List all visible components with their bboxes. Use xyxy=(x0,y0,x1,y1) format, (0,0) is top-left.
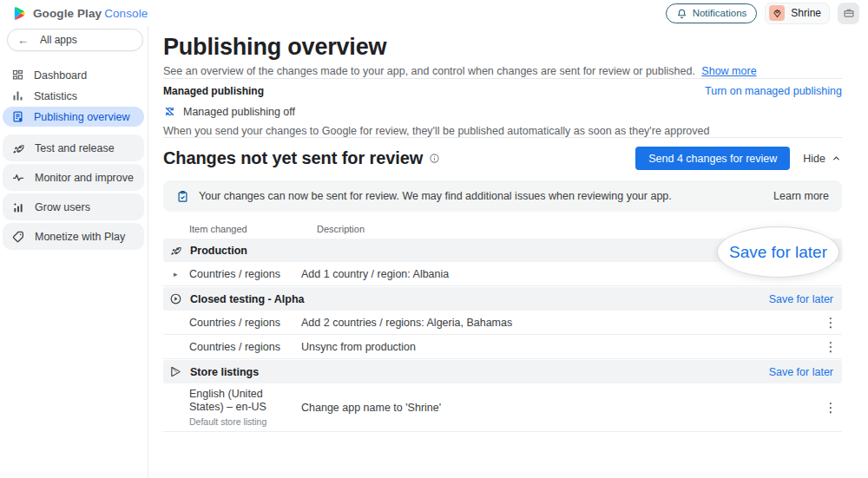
table-row: Countries / regions Unsync from producti… xyxy=(163,335,842,359)
item-changed-cell: English (United States) – en-US Default … xyxy=(189,388,301,427)
rocket-icon xyxy=(11,141,25,155)
page: { "icons": { "back_arrow": "←", "caret":… xyxy=(0,0,868,478)
hide-toggle[interactable]: Hide xyxy=(803,153,842,165)
section-row-store-listings: Store listings Save for later xyxy=(163,360,842,383)
sidebar-item-dashboard[interactable]: Dashboard xyxy=(3,65,144,85)
changes-header-actions: Send 4 changes for review Hide xyxy=(635,147,842,170)
description-cell: Unsync from production xyxy=(301,341,819,353)
statistics-icon xyxy=(11,89,24,102)
info-icon[interactable] xyxy=(429,153,440,164)
shrine-app-icon xyxy=(769,5,785,21)
sidebar-group-label: Grow users xyxy=(35,201,90,213)
sidebar-item-label: Dashboard xyxy=(34,69,87,82)
briefcase-icon xyxy=(843,7,855,19)
save-for-later-magnified-label: Save for later xyxy=(729,243,827,262)
sidebar-group-label: Monitor and improve xyxy=(35,172,134,184)
subtitle-text: See an overview of the changes made to y… xyxy=(163,65,695,77)
column-header-description: Description xyxy=(317,224,365,234)
sidebar-group-grow-users[interactable]: Grow users xyxy=(3,193,144,220)
column-header-item-changed: Item changed xyxy=(189,224,317,234)
play-logo-icon xyxy=(12,6,27,21)
pulse-icon xyxy=(11,171,25,185)
description-cell: Change app name to 'Shrine' xyxy=(301,402,819,414)
logo-text-console: Console xyxy=(104,7,148,20)
item-changed-cell: Countries / regions xyxy=(189,317,301,329)
changes-title: Changes not yet sent for review xyxy=(163,148,423,168)
back-arrow-icon: ← xyxy=(17,34,29,47)
top-bar: Google PlayConsole Notifications Shrine xyxy=(0,0,868,26)
learn-more-link[interactable]: Learn more xyxy=(773,190,829,202)
divider xyxy=(163,78,842,79)
row-menu-button[interactable]: ⋮ xyxy=(819,339,842,355)
turn-on-managed-publishing-link[interactable]: Turn on managed publishing xyxy=(705,85,842,97)
logo-text-google-play: Google Play xyxy=(33,7,102,20)
managed-publishing-status: Managed publishing off xyxy=(163,105,842,118)
sidebar-item-label: Publishing overview xyxy=(34,111,129,123)
sidebar-group-label: Monetize with Play xyxy=(35,231,125,243)
sidebar-item-label: Statistics xyxy=(34,90,77,102)
notifications-button[interactable]: Notifications xyxy=(666,3,758,23)
sync-disabled-icon xyxy=(163,105,176,118)
save-for-later-link[interactable]: Save for later xyxy=(769,293,833,305)
show-more-link[interactable]: Show more xyxy=(701,65,756,77)
all-apps-back-button[interactable]: ← All apps xyxy=(7,29,143,51)
sidebar-item-publishing-overview[interactable]: Publishing overview xyxy=(3,107,144,127)
account-avatar-button[interactable] xyxy=(838,3,859,24)
section-row-closed-testing: Closed testing - Alpha Save for later xyxy=(163,287,842,311)
review-info-banner: Your changes can now be sent for review.… xyxy=(163,180,842,212)
logo-text: Google PlayConsole xyxy=(33,7,148,20)
chevron-up-icon xyxy=(831,153,842,164)
banner-text: Your changes can now be sent for review.… xyxy=(199,190,672,202)
sidebar-nav: Dashboard Statistics Publishing overview… xyxy=(0,65,148,250)
item-changed-cell: Countries / regions xyxy=(189,268,301,280)
managed-publishing-status-text: Managed publishing off xyxy=(183,106,295,118)
app-name-label: Shrine xyxy=(791,7,821,19)
sidebar-group-monetize-with-play[interactable]: Monetize with Play xyxy=(3,223,144,250)
row-menu-button[interactable]: ⋮ xyxy=(819,315,842,331)
storefront-icon xyxy=(169,365,182,378)
section-name: Store listings xyxy=(190,366,259,378)
divider xyxy=(163,137,842,138)
description-cell: Add 2 countries / regions: Algeria, Baha… xyxy=(301,317,819,329)
growth-icon xyxy=(11,200,25,214)
managed-publishing-label: Managed publishing xyxy=(163,85,264,97)
changes-section-header: Changes not yet sent for review Send 4 c… xyxy=(163,147,842,170)
tag-icon xyxy=(11,230,25,244)
notifications-label: Notifications xyxy=(693,8,747,18)
expand-caret-icon[interactable]: ▸ xyxy=(174,270,189,278)
bell-icon xyxy=(676,8,687,19)
page-title: Publishing overview xyxy=(163,34,842,61)
top-bar-right: Notifications Shrine xyxy=(666,3,859,24)
item-changed-cell: Countries / regions xyxy=(189,341,301,353)
managed-publishing-header: Managed publishing Turn on managed publi… xyxy=(163,85,842,97)
sidebar-item-statistics[interactable]: Statistics xyxy=(3,86,144,106)
sidebar-group-label: Test and release xyxy=(35,142,115,154)
sidebar-group-monitor-and-improve[interactable]: Monitor and improve xyxy=(3,164,144,191)
save-for-later-link[interactable]: Save for later xyxy=(769,366,833,378)
hide-label: Hide xyxy=(803,153,825,165)
publishing-overview-icon xyxy=(11,110,24,123)
clipboard-check-icon xyxy=(176,190,189,203)
send-changes-button[interactable]: Send 4 changes for review xyxy=(635,147,790,170)
sidebar-group-test-and-release[interactable]: Test and release xyxy=(3,134,144,161)
app-switcher-chip[interactable]: Shrine xyxy=(765,3,830,24)
sidebar: ← All apps Dashboard Statistics Publishi… xyxy=(0,26,148,478)
table-row: English (United States) – en-US Default … xyxy=(163,383,842,432)
google-play-console-logo[interactable]: Google PlayConsole xyxy=(12,6,148,21)
page-subtitle: See an overview of the changes made to y… xyxy=(163,64,842,78)
store-listing-language: English (United States) – en-US xyxy=(189,388,294,414)
circled-play-icon xyxy=(169,292,182,305)
all-apps-label: All apps xyxy=(40,34,77,46)
row-menu-button[interactable]: ⋮ xyxy=(819,400,842,416)
dashboard-icon xyxy=(11,69,24,82)
managed-publishing-description: When you send your changes to Google for… xyxy=(163,125,842,137)
section-name: Production xyxy=(190,245,247,257)
save-for-later-magnifier[interactable]: Save for later xyxy=(717,226,839,278)
section-name: Closed testing - Alpha xyxy=(190,293,305,305)
store-listing-sublabel: Default store listing xyxy=(189,416,294,427)
rocket-icon xyxy=(169,244,182,257)
table-row: Countries / regions Add 2 countries / re… xyxy=(163,311,842,335)
